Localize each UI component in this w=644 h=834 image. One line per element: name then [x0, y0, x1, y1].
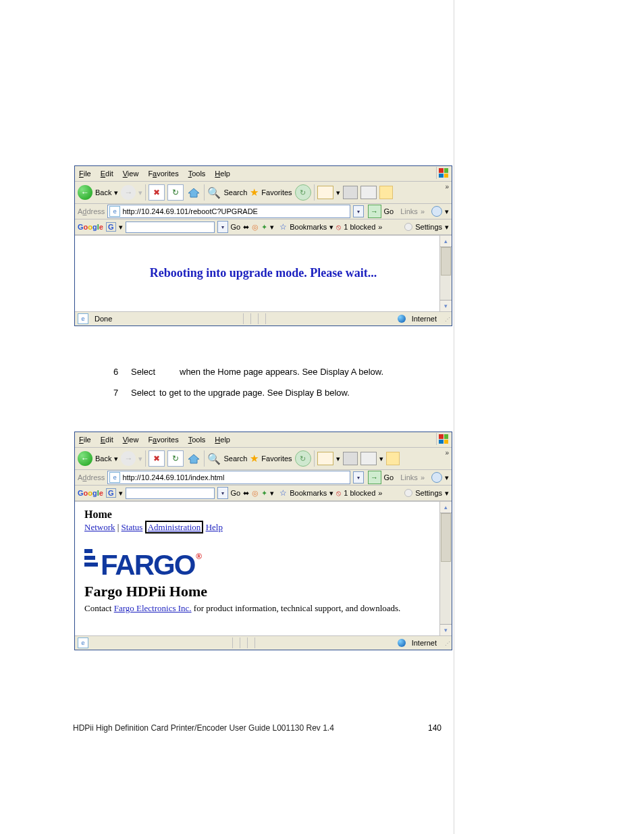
stop-button[interactable]: ✖ — [149, 184, 165, 201]
menu-help[interactable]: Help — [215, 436, 230, 444]
menu-view[interactable]: View — [123, 436, 139, 444]
menu-edit[interactable]: Edit — [101, 436, 113, 444]
stop-button[interactable]: ✖ — [149, 450, 165, 467]
google-news-icon[interactable]: ◎ — [252, 489, 259, 498]
menu-favorites[interactable]: Favorites — [148, 170, 178, 178]
google-settings-label[interactable]: Settings — [415, 489, 442, 497]
google-g-icon[interactable]: G — [106, 488, 116, 498]
messenger-button[interactable] — [379, 186, 393, 199]
google-search-dropdown[interactable]: ▾ — [217, 487, 228, 499]
address-input[interactable]: e http://10.244.69.101/rebootC?UPGRADE — [107, 205, 350, 218]
bookmark-star-icon[interactable]: ☆ — [279, 488, 287, 498]
favorites-label[interactable]: Favorites — [261, 188, 292, 197]
favorites-star-icon[interactable]: ★ — [250, 452, 259, 465]
history-button[interactable]: ↻ — [295, 184, 311, 201]
right-margin — [454, 0, 644, 834]
scroll-thumb[interactable] — [441, 247, 451, 276]
bookmarks-label[interactable]: Bookmarks — [290, 223, 327, 231]
scroll-thumb[interactable] — [441, 513, 451, 562]
google-bookmarks-icon[interactable]: ✦ — [261, 489, 267, 498]
google-bookmarks-icon[interactable]: ✦ — [261, 223, 267, 232]
search-label[interactable]: Search — [223, 454, 247, 463]
popup-blocked-icon[interactable]: ⦸ — [336, 489, 341, 498]
mail-button[interactable] — [317, 186, 333, 199]
vertical-scrollbar[interactable]: ▴ ▾ — [439, 502, 452, 635]
menu-file[interactable]: FFileile — [79, 170, 91, 178]
google-go[interactable]: Go — [231, 223, 241, 231]
print-button[interactable] — [343, 452, 358, 465]
favorites-star-icon[interactable]: ★ — [250, 186, 259, 199]
google-search-input[interactable] — [126, 488, 215, 499]
google-nav-icon[interactable]: ⬌ — [243, 223, 249, 232]
refresh-button[interactable]: ↻ — [167, 184, 184, 201]
menu-edit[interactable]: Edit — [101, 170, 113, 178]
scroll-down-icon[interactable]: ▾ — [440, 624, 452, 635]
messenger-button[interactable] — [386, 452, 400, 465]
nav-status[interactable]: Status — [122, 522, 143, 532]
google-nav-icon[interactable]: ⬌ — [243, 489, 249, 498]
address-dropdown[interactable]: ▾ — [353, 471, 364, 484]
edit-button[interactable] — [360, 186, 377, 199]
address-dropdown[interactable]: ▾ — [353, 205, 364, 217]
google-overflow[interactable]: » — [378, 489, 382, 497]
mail-button[interactable] — [317, 452, 333, 465]
toolbar-overflow[interactable]: » — [445, 449, 449, 457]
address-input[interactable]: e http://10.244.69.101/index.html — [107, 471, 350, 484]
popup-blocked-label[interactable]: 1 blocked — [344, 223, 375, 231]
google-search-input[interactable] — [126, 221, 215, 233]
menu-help[interactable]: Help — [215, 170, 230, 178]
scroll-up-icon[interactable]: ▴ — [440, 236, 452, 247]
popup-blocked-label[interactable]: 1 blocked — [344, 489, 375, 497]
links-bar[interactable]: Links» — [400, 473, 425, 481]
back-button[interactable]: ← — [78, 451, 92, 466]
google-overflow[interactable]: » — [378, 223, 382, 231]
google-g-icon[interactable]: G — [106, 222, 116, 232]
google-settings-label[interactable]: Settings — [415, 223, 442, 231]
nav-network[interactable]: Network — [84, 522, 115, 532]
google-search-dropdown[interactable]: ▾ — [217, 221, 228, 233]
bookmarks-label[interactable]: Bookmarks — [290, 489, 327, 497]
menu-favorites[interactable]: Favorites — [148, 436, 178, 444]
nav-help[interactable]: Help — [206, 522, 223, 532]
back-dropdown[interactable]: ▾ — [114, 188, 118, 197]
forward-button[interactable]: → — [121, 451, 136, 466]
back-dropdown[interactable]: ▾ — [114, 454, 118, 463]
search-label[interactable]: Search — [223, 188, 247, 197]
home-button[interactable] — [186, 451, 201, 466]
go-button[interactable]: → — [368, 205, 381, 218]
scroll-up-icon[interactable]: ▴ — [440, 502, 452, 513]
search-icon[interactable]: 🔍 — [207, 452, 221, 465]
page-number: 140 — [428, 723, 441, 733]
edit-button[interactable] — [360, 452, 377, 465]
scroll-down-icon[interactable]: ▾ — [440, 300, 452, 311]
menu-view[interactable]: View — [123, 170, 139, 178]
google-settings-icon[interactable] — [404, 223, 412, 231]
home-button[interactable] — [186, 185, 201, 200]
status-page-icon: e — [78, 313, 88, 324]
back-button[interactable]: ← — [78, 185, 92, 200]
security-zone-icon[interactable] — [431, 206, 442, 217]
links-bar[interactable]: Links» — [400, 207, 425, 215]
search-icon[interactable]: 🔍 — [207, 186, 221, 199]
forward-dropdown[interactable]: ▾ — [138, 454, 142, 463]
menu-tools[interactable]: Tools — [188, 436, 206, 444]
history-button[interactable]: ↻ — [295, 450, 311, 467]
print-button[interactable] — [343, 186, 358, 199]
favorites-label[interactable]: Favorites — [261, 454, 292, 463]
google-news-icon[interactable]: ◎ — [252, 223, 259, 232]
refresh-button[interactable]: ↻ — [167, 450, 184, 467]
menu-tools[interactable]: Tools — [188, 170, 206, 178]
vertical-scrollbar[interactable]: ▴ ▾ — [439, 236, 452, 311]
popup-blocked-icon[interactable]: ⦸ — [336, 223, 341, 232]
security-zone-icon[interactable] — [431, 472, 442, 483]
menu-file[interactable]: File — [79, 436, 91, 444]
google-go[interactable]: Go — [231, 489, 241, 497]
toolbar-overflow[interactable]: » — [445, 183, 449, 190]
google-settings-icon[interactable] — [404, 489, 412, 497]
contact-link[interactable]: Fargo Electronics Inc. — [114, 603, 192, 613]
forward-dropdown[interactable]: ▾ — [138, 188, 142, 197]
bookmark-star-icon[interactable]: ☆ — [279, 222, 287, 232]
go-button[interactable]: → — [368, 471, 381, 484]
forward-button[interactable]: → — [121, 185, 136, 200]
nav-administration[interactable]: Administration — [145, 521, 204, 533]
